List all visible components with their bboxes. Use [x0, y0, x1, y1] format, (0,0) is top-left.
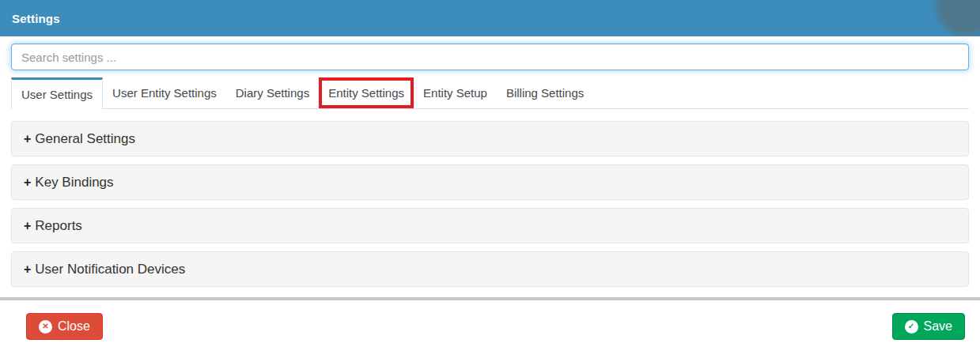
tab-user-entity-settings[interactable]: User Entity Settings: [103, 77, 226, 108]
expand-plus-icon: +: [24, 219, 31, 233]
titlebar: Settings: [0, 0, 980, 36]
tab-strip: User Settings User Entity Settings Diary…: [11, 77, 969, 109]
corner-decoration-circle: [936, 0, 980, 36]
content-area: User Settings User Entity Settings Diary…: [0, 43, 980, 287]
accordion-general-settings[interactable]: + General Settings: [11, 121, 969, 157]
accordion-list: + General Settings + Key Bindings + Repo…: [11, 121, 969, 287]
tab-user-settings[interactable]: User Settings: [11, 77, 103, 109]
tab-entity-setup[interactable]: Entity Setup: [414, 77, 497, 108]
expand-plus-icon: +: [24, 262, 31, 277]
accordion-label: Reports: [35, 218, 82, 234]
footer-bar: ✕ Close ✓ Save: [0, 300, 980, 340]
search-container: [11, 43, 969, 70]
expand-plus-icon: +: [24, 132, 31, 146]
save-button[interactable]: ✓ Save: [892, 313, 965, 340]
tab-diary-settings[interactable]: Diary Settings: [226, 77, 319, 108]
close-button-label: Close: [58, 319, 90, 334]
tab-billing-settings[interactable]: Billing Settings: [497, 77, 593, 108]
search-input[interactable]: [11, 43, 969, 70]
accordion-label: General Settings: [35, 131, 135, 147]
accordion-label: User Notification Devices: [35, 262, 185, 277]
accordion-key-bindings[interactable]: + Key Bindings: [11, 164, 969, 200]
tab-entity-settings[interactable]: Entity Settings: [319, 77, 414, 108]
page-title: Settings: [12, 12, 60, 25]
check-circle-icon: ✓: [905, 320, 918, 334]
expand-plus-icon: +: [24, 175, 31, 190]
accordion-user-notification-devices[interactable]: + User Notification Devices: [11, 251, 969, 287]
accordion-label: Key Bindings: [35, 175, 113, 190]
close-circle-icon: ✕: [39, 320, 52, 334]
accordion-reports[interactable]: + Reports: [11, 208, 969, 243]
close-button[interactable]: ✕ Close: [26, 313, 103, 340]
save-button-label: Save: [924, 319, 952, 334]
